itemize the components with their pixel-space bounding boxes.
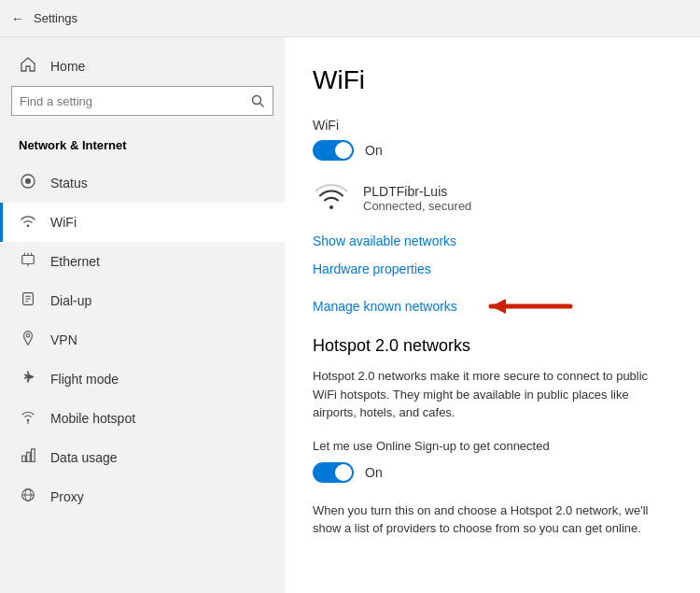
home-icon — [19, 56, 37, 77]
proxy-icon — [19, 487, 37, 507]
sidebar-section-title: Network & Internet — [0, 131, 285, 163]
network-name: PLDTFibr-Luis — [363, 184, 471, 199]
sidebar-item-home-label: Home — [50, 59, 85, 74]
search-icon — [243, 86, 273, 116]
wifi-toggle-row: On — [313, 140, 672, 161]
content-area: WiFi WiFi On PLDTFibr-Luis Connected, se… — [285, 37, 700, 593]
sidebar-item-vpn[interactable]: VPN — [0, 320, 285, 360]
manage-known-networks-link[interactable]: Manage known networks — [313, 299, 457, 314]
network-item: PLDTFibr-Luis Connected, secured — [313, 179, 672, 217]
back-button[interactable]: ← — [11, 11, 24, 26]
sidebar-item-ethernet-label: Ethernet — [50, 254, 100, 269]
signup-toggle-row: On — [313, 462, 672, 483]
sidebar-item-proxy-label: Proxy — [50, 489, 84, 504]
mobilehotspot-icon — [19, 408, 37, 429]
svg-point-3 — [25, 178, 31, 184]
sidebar-item-wifi-label: WiFi — [50, 215, 77, 230]
network-status: Connected, secured — [363, 199, 471, 213]
wifi-nav-icon — [19, 212, 37, 233]
hotspot2-body: Hotspot 2.0 networks make it more secure… — [313, 367, 672, 422]
ethernet-icon — [19, 251, 37, 272]
settings-title: Settings — [34, 11, 77, 25]
sidebar-item-mobilehotspot[interactable]: Mobile hotspot — [0, 399, 285, 438]
flight-icon — [19, 369, 37, 389]
sidebar-item-status[interactable]: Status — [0, 163, 285, 203]
show-available-networks-link[interactable]: Show available networks — [313, 233, 672, 248]
sidebar-item-ethernet[interactable]: Ethernet — [0, 242, 285, 281]
signup-toggle[interactable] — [313, 462, 354, 483]
sidebar-item-vpn-label: VPN — [50, 332, 77, 347]
wifi-toggle-label: On — [365, 143, 383, 158]
status-icon — [19, 173, 37, 193]
search-box[interactable] — [11, 86, 273, 116]
svg-point-13 — [26, 334, 30, 338]
dialup-icon — [19, 290, 37, 311]
wifi-section-label: WiFi — [313, 118, 672, 133]
sidebar-item-home[interactable]: Home — [0, 47, 285, 86]
sidebar-item-datausage[interactable]: Data usage — [0, 438, 285, 477]
svg-rect-4 — [22, 256, 35, 264]
search-input[interactable] — [12, 94, 243, 108]
network-info: PLDTFibr-Luis Connected, secured — [363, 184, 471, 213]
hotspot2-heading: Hotspot 2.0 networks — [313, 336, 672, 356]
wifi-toggle[interactable] — [313, 140, 354, 161]
sidebar-item-proxy[interactable]: Proxy — [0, 477, 285, 516]
sidebar-item-wifi[interactable]: WiFi — [0, 203, 285, 242]
title-bar: ← Settings — [0, 0, 700, 37]
page-title: WiFi — [313, 65, 672, 95]
wifi-signal-icon — [313, 179, 350, 217]
signup-toggle-label: On — [365, 465, 383, 480]
manage-known-networks-row: Manage known networks — [313, 289, 672, 323]
sidebar-item-datausage-label: Data usage — [50, 450, 118, 465]
sidebar: Home Network & Internet Status — [0, 37, 285, 593]
sidebar-item-mobilehotspot-label: Mobile hotspot — [50, 411, 135, 426]
vpn-icon — [19, 330, 37, 350]
sidebar-item-dialup[interactable]: Dial-up — [0, 281, 285, 320]
bottom-body-text: When you turn this on and choose a Hotsp… — [313, 501, 672, 538]
svg-line-1 — [260, 104, 264, 107]
red-arrow-annotation — [472, 289, 575, 323]
signup-label: Let me use Online Sign-up to get connect… — [313, 439, 672, 453]
hardware-properties-link[interactable]: Hardware properties — [313, 261, 672, 276]
sidebar-item-dialup-label: Dial-up — [50, 293, 91, 308]
sidebar-item-flightmode-label: Flight mode — [50, 372, 119, 387]
datausage-icon — [19, 447, 37, 468]
main-layout: Home Network & Internet Status — [0, 37, 700, 593]
sidebar-item-status-label: Status — [50, 176, 88, 191]
svg-marker-20 — [491, 299, 506, 314]
sidebar-item-flightmode[interactable]: Flight mode — [0, 360, 285, 399]
